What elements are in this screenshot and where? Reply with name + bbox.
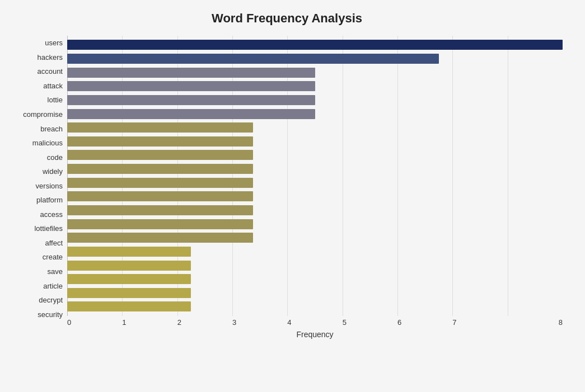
bar: [67, 301, 191, 311]
bar: [67, 261, 191, 271]
bar-row: [67, 53, 563, 65]
y-label: article: [43, 278, 63, 293]
x-axis-label: Frequency: [67, 330, 563, 339]
y-label: compromise: [23, 107, 63, 122]
y-label: lottiefiles: [34, 221, 63, 236]
bar-row: [67, 80, 563, 92]
chart-title: Word Frequency Analysis: [11, 11, 563, 26]
bar: [67, 150, 253, 160]
bar: [67, 54, 439, 64]
x-tick: 3: [232, 318, 287, 327]
x-tick: 8: [508, 318, 563, 327]
y-label: account: [37, 64, 63, 79]
bar-row: [67, 94, 563, 106]
bar: [67, 219, 253, 229]
y-label: save: [48, 265, 63, 279]
bar-row: [67, 163, 563, 175]
x-tick: 2: [177, 318, 232, 327]
bar: [67, 247, 191, 257]
bar-row: [67, 121, 563, 134]
bar-row: [67, 300, 563, 313]
bars-area: [67, 36, 563, 316]
bar-row: [67, 149, 563, 161]
bar: [67, 164, 253, 174]
bar-row: [67, 108, 563, 120]
bar-row: [67, 245, 563, 258]
bar: [67, 68, 315, 78]
y-label: users: [45, 36, 63, 50]
y-label: code: [47, 150, 63, 164]
chart-area: usershackersaccountattacklottiecompromis…: [11, 36, 563, 338]
x-axis: 012345678 Frequency: [67, 316, 563, 338]
y-label: security: [38, 307, 63, 322]
y-axis: usershackersaccountattacklottiecompromis…: [11, 36, 67, 338]
bar: [67, 95, 315, 105]
bar: [67, 122, 253, 133]
y-label: breach: [40, 121, 63, 136]
x-ticks: 012345678: [67, 316, 563, 327]
bar: [67, 40, 563, 50]
y-label: attack: [43, 79, 63, 93]
bar-row: [67, 232, 563, 244]
bar: [67, 136, 253, 147]
y-label: decrypt: [39, 293, 63, 308]
bar: [67, 274, 191, 284]
y-label: create: [43, 250, 63, 265]
y-label: versions: [36, 178, 63, 193]
x-tick: 6: [397, 318, 452, 327]
bar-row: [67, 177, 563, 189]
chart-container: Word Frequency Analysis usershackersacco…: [0, 0, 585, 392]
bars-and-xaxis: 012345678 Frequency: [67, 36, 563, 338]
x-tick: 1: [122, 318, 177, 327]
bar-row: [67, 273, 563, 285]
bar: [67, 178, 253, 188]
bar: [67, 109, 315, 119]
bar-row: [67, 259, 563, 272]
bar: [67, 288, 191, 298]
bar-row: [67, 190, 563, 202]
bar-row: [67, 67, 563, 79]
y-label: affect: [45, 236, 63, 251]
y-label: hackers: [37, 50, 63, 65]
bar: [67, 191, 253, 201]
bar-row: [67, 218, 563, 230]
bar: [67, 81, 315, 91]
y-label: malicious: [32, 136, 63, 150]
bar-row: [67, 204, 563, 216]
y-label: platform: [36, 193, 63, 207]
y-label: lottie: [48, 93, 63, 107]
bar: [67, 233, 253, 243]
bar-row: [67, 287, 563, 299]
x-tick: 7: [452, 318, 507, 327]
y-label: widely: [43, 164, 63, 179]
bar: [67, 205, 253, 215]
bars-list: [67, 36, 563, 316]
x-tick: 4: [287, 318, 342, 327]
bar-row: [67, 135, 563, 148]
x-tick: 0: [67, 318, 122, 327]
bar-row: [67, 39, 563, 51]
y-label: access: [40, 207, 63, 222]
x-tick: 5: [343, 318, 397, 327]
